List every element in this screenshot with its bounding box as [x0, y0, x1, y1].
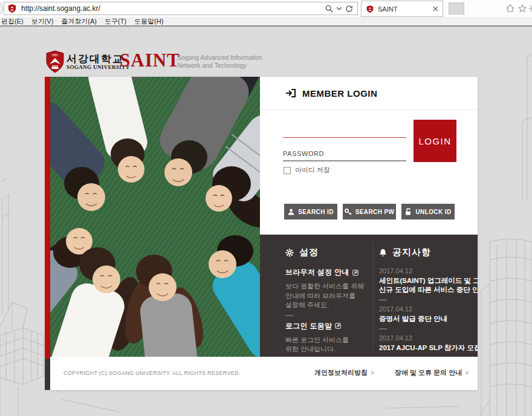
notice-title-line: 2017 AJCU-AP SLP 참가자 모집 안내: [379, 343, 477, 353]
id-input[interactable]: [283, 123, 406, 138]
browser-guide-text-line: 보다 원활한 서비스를 위해: [285, 282, 371, 291]
url-text[interactable]: http://saint.sogang.ac.kr/: [21, 4, 325, 13]
settings-title: 설정: [299, 247, 319, 258]
caret-down-icon[interactable]: [337, 7, 342, 10]
divider-dash: [379, 299, 387, 301]
back-button[interactable]: [0, 1, 3, 16]
tab-title: SAINT: [378, 5, 433, 13]
browser-window: { "browser": { "url": "http://saint.soga…: [0, 0, 532, 416]
left-accent-stripe-dark: [45, 359, 50, 390]
menu-view[interactable]: 보기(V): [31, 17, 54, 25]
footer-links: 개인정보처리방침 > 장애 및 오류 문의 안내 >: [314, 368, 469, 377]
search-pw-button[interactable]: SEARCH PW: [343, 204, 396, 219]
save-id-label: 아이디 저장: [295, 166, 330, 175]
browser-guide-link[interactable]: 브라우저 설정 안내: [285, 267, 371, 278]
save-id-checkbox[interactable]: [284, 167, 291, 174]
search-id-button[interactable]: SEARCH ID: [284, 204, 337, 219]
settings-gear-icon[interactable]: [528, 4, 532, 13]
saint-page: IHS 서강대학교 SOGANG UNIVERSITY SAINT Sogang…: [0, 27, 532, 416]
notice-title-line: 증명서 발급 중단 안내: [379, 314, 477, 323]
search-icon[interactable]: [325, 5, 333, 13]
campus-photo: [50, 77, 260, 357]
login-help-label: 로그인 도움말: [285, 321, 332, 331]
saint-subtitle-line1: Sogang Advanced Information: [177, 54, 262, 62]
divider-dash: [285, 315, 293, 316]
chevron-right-icon: >: [465, 369, 469, 376]
browser-chrome: http://saint.sogang.ac.kr/ SAINT: [0, 0, 532, 27]
browser-guide-text-line: 설정해 주세요.: [285, 301, 371, 310]
menu-tools[interactable]: 도구(T): [105, 17, 126, 25]
menu-favorites[interactable]: 즐겨찾기(A): [61, 17, 97, 25]
notice-title-line: 세인트(SAINT) 업그레이드 및 그룹웨어: [379, 276, 477, 285]
error-inquiry-link[interactable]: 장애 및 오류 문의 안내 >: [395, 368, 469, 377]
notice-date: 2017.04.12: [379, 305, 477, 313]
notice-date: 2017.04.12: [379, 334, 477, 342]
info-panel: 설정 브라우저 설정 안내 보다 원활한 서비스를 위해 안내에 따라 브라우저…: [260, 235, 478, 357]
browser-guide-text-line: 안내에 따라 브라우저를: [285, 291, 371, 301]
notice-title-line: 신규 도입에 따른 서비스 중단 안내: [379, 285, 477, 294]
new-tab-button[interactable]: [449, 2, 464, 15]
saint-logo: SAINT: [120, 50, 180, 71]
copyright-text: COPYRIGHT (C) SOGANG UNIVERSITY. ALL RIG…: [63, 370, 241, 376]
notices-title: 공지사항: [392, 247, 431, 258]
panel-divider: [373, 243, 374, 348]
notice-item[interactable]: 2017.04.12 세인트(SAINT) 업그레이드 및 그룹웨어 신규 도입…: [379, 267, 477, 294]
unlock-icon: [404, 208, 412, 215]
search-id-label: SEARCH ID: [298, 209, 334, 215]
footer: COPYRIGHT (C) SOGANG UNIVERSITY. ALL RIG…: [50, 357, 478, 390]
tab-close-icon[interactable]: [433, 6, 438, 11]
person-icon: [288, 209, 294, 215]
bell-icon: [379, 249, 387, 257]
member-login-header: MEMBER LOGIN: [260, 77, 478, 110]
privacy-policy-link[interactable]: 개인정보처리방침 >: [314, 368, 374, 377]
saint-subtitle-line2: Network and Technology: [177, 62, 262, 70]
member-login-panel: MEMBER LOGIN LOGIN 아이디 저장 SEARCH ID: [260, 77, 478, 357]
settings-title-row: 설정: [285, 247, 371, 258]
address-controls: [325, 5, 357, 13]
chrome-separator: [0, 25, 532, 27]
notice-date: 2017.04.12: [379, 267, 477, 275]
password-input[interactable]: [283, 147, 406, 161]
save-id-row: 아이디 저장: [284, 166, 330, 175]
external-link-icon: [352, 270, 358, 276]
notice-item[interactable]: 2017.04.12 증명서 발급 중단 안내: [379, 305, 477, 323]
refresh-icon[interactable]: [345, 5, 353, 13]
address-bar-row: http://saint.sogang.ac.kr/ SAINT: [0, 0, 532, 17]
address-bar[interactable]: http://saint.sogang.ac.kr/: [4, 2, 358, 15]
login-button[interactable]: LOGIN: [414, 120, 456, 162]
svg-text:IHS: IHS: [52, 53, 59, 57]
login-help-text-line: 빠른 로그인 서비스를: [285, 336, 371, 345]
tab-favicon-shield-icon: [366, 5, 374, 13]
notices-title-row: 공지사항: [379, 247, 477, 258]
university-shield-logo: IHS: [46, 50, 64, 73]
unlock-id-button[interactable]: UNLOCK ID: [401, 204, 455, 219]
login-help-link[interactable]: 로그인 도움말: [285, 321, 371, 331]
login-help-text-line: 위한 안내입니다.: [285, 345, 371, 354]
notice-item[interactable]: 2017.04.12 2017 AJCU-AP SLP 참가자 모집 안내: [379, 334, 477, 353]
search-pw-label: SEARCH PW: [355, 209, 395, 215]
saint-subtitle: Sogang Advanced Information Network and …: [177, 54, 262, 70]
chevron-right-icon: >: [371, 369, 374, 376]
error-inquiry-label: 장애 및 오류 문의 안내: [395, 368, 462, 377]
favicon-shield-icon: [8, 4, 16, 13]
login-content-box: MEMBER LOGIN LOGIN 아이디 저장 SEARCH ID: [50, 77, 478, 390]
settings-column: 설정 브라우저 설정 안내 보다 원활한 서비스를 위해 안내에 따라 브라우저…: [285, 247, 371, 354]
divider-dash: [379, 328, 387, 330]
notices-column: 공지사항 2017.04.12 세인트(SAINT) 업그레이드 및 그룹웨어 …: [379, 247, 477, 353]
menu-bar: 편집(E) 보기(V) 즐겨찾기(A) 도구(T) 도움말(H): [0, 17, 532, 25]
home-icon[interactable]: [505, 4, 515, 13]
account-buttons-row: SEARCH ID SEARCH PW UNLOCK ID: [284, 204, 455, 219]
browser-guide-label: 브라우저 설정 안내: [285, 267, 349, 278]
left-accent-stripe-red: [45, 77, 50, 359]
menu-edit[interactable]: 편집(E): [1, 17, 24, 25]
external-link-icon: [335, 323, 341, 329]
key-icon: [345, 209, 352, 215]
member-login-title: MEMBER LOGIN: [302, 88, 377, 99]
unlock-id-label: UNLOCK ID: [415, 209, 451, 215]
menu-help[interactable]: 도움말(H): [134, 17, 163, 25]
favorites-star-icon[interactable]: [517, 4, 527, 13]
browser-tab[interactable]: SAINT: [361, 1, 443, 17]
gear-icon: [285, 249, 294, 257]
login-arrow-icon: [285, 88, 296, 98]
privacy-policy-label: 개인정보처리방침: [314, 368, 368, 377]
